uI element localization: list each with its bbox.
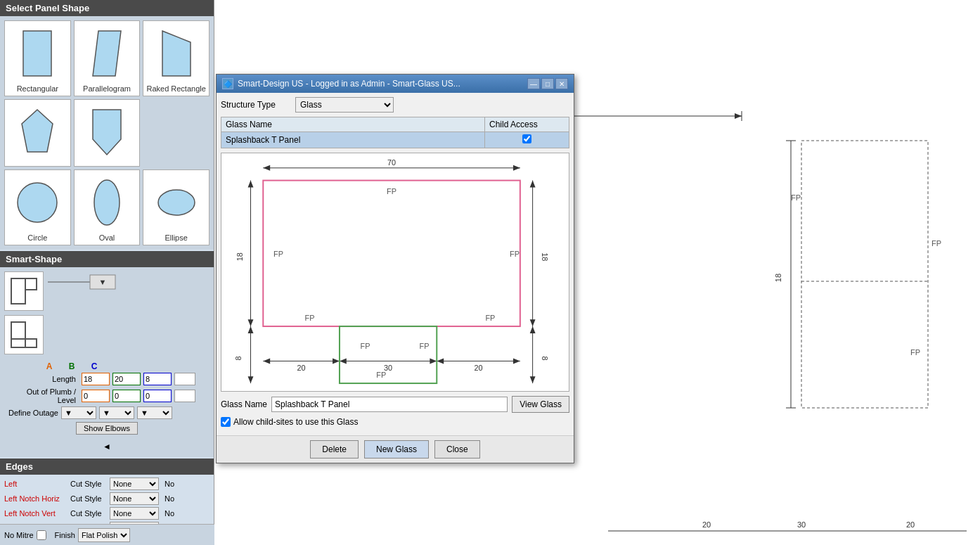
edge-name-left-notch-v: Left Notch Vert [4,509,67,518]
child-sites-label: Allow child-sites to use this Glass [233,417,358,427]
svg-rect-0 [23,31,51,76]
shape-rectangular[interactable]: Rectangular [4,20,71,96]
shape-5[interactable] [74,99,141,167]
modal-controls: — □ ✕ [527,78,568,89]
smart-shape-1-icon [8,276,39,307]
shape-circle[interactable]: Circle [4,169,71,245]
plumb-b-input[interactable] [112,390,141,402]
svg-text:FP: FP [387,187,396,195]
glass-table-row[interactable]: Splashback T Panel [221,132,569,148]
shape-oval-icon [86,174,128,231]
shape-circle-label: Circle [27,233,47,242]
modal-minimize-button[interactable]: — [527,78,540,89]
svg-rect-75 [340,326,437,383]
shape-ellipse-icon [155,174,198,231]
shape-raked-rectangle[interactable]: Raked Rectangle [143,20,209,96]
shape-5-icon [86,104,128,160]
shapes-grid: Rectangular Parallelogram Raked Rectangl… [0,16,214,250]
shape-parallelogram[interactable]: Parallelogram [74,20,141,96]
svg-rect-14 [11,339,37,347]
close-button[interactable]: Close [434,440,480,459]
finish-label: Finish [55,531,75,539]
outage-select-3[interactable]: ▼ [137,406,172,419]
shape-oval[interactable]: Oval [74,169,141,245]
shape-pentagon[interactable] [4,99,71,167]
modal-close-button[interactable]: ✕ [555,78,568,89]
plumb-a-input[interactable] [82,390,110,402]
svg-text:8: 8 [234,356,243,360]
svg-text:20: 20 [906,520,915,529]
length-a-input[interactable] [82,373,110,385]
outage-select-1[interactable]: ▼ [61,406,96,419]
svg-marker-67 [530,376,536,383]
svg-marker-3 [22,110,53,152]
smart-shape-box-1[interactable] [4,271,44,311]
out-of-plumb-label: Out of Plumb / Level [8,387,79,404]
svg-marker-59 [513,359,520,364]
svg-rect-8 [11,278,25,304]
svg-marker-39 [513,165,520,171]
svg-text:FP: FP [510,250,520,258]
edges-area: A B C Length Out of Plumb / Level [4,359,209,440]
svg-text:FP: FP [420,342,430,350]
svg-text:8: 8 [541,356,549,360]
svg-marker-51 [333,359,340,364]
svg-marker-46 [530,181,536,188]
empty-cell [143,99,209,167]
smart-shape-header: Smart-Shape [0,251,214,267]
edge-label-a: A [39,361,59,371]
length-c-input[interactable] [143,373,172,385]
outage-select-2[interactable]: ▼ [99,406,134,419]
smart-shape-connector-1: ▼ [48,271,209,293]
cut-select-lnv[interactable]: None [110,507,159,520]
modal-footer: Delete New Glass Close [217,435,574,463]
no-mitre-checkbox[interactable] [37,530,46,540]
new-glass-button[interactable]: New Glass [364,440,429,459]
modal-maximize-button[interactable]: □ [541,78,554,89]
svg-text:18: 18 [236,252,244,261]
structure-type-select[interactable]: Glass [295,97,394,113]
svg-marker-2 [162,31,191,76]
svg-point-7 [158,190,195,215]
glass-row-name: Splashback T Panel [221,132,485,148]
shape-ellipse[interactable]: Ellipse [143,169,209,245]
delete-button[interactable]: Delete [310,440,359,459]
shape-parallelogram-label: Parallelogram [83,84,131,93]
svg-text:18: 18 [541,252,549,261]
view-glass-button[interactable]: View Glass [512,396,569,413]
structure-type-row: Structure Type Glass [221,97,569,113]
finish-select[interactable]: Flat Polish [78,528,130,542]
glass-table: Glass Name Child Access Splashback T Pan… [221,117,569,148]
edge-name-left: Left [4,480,67,488]
glass-view-area: 70 18 18 20 [221,153,569,392]
glass-name-row: Glass Name View Glass [221,396,569,413]
show-elbows-button[interactable]: Show Elbows [76,422,138,435]
child-access-checkbox[interactable] [522,134,531,143]
svg-text:20: 20 [475,364,483,372]
svg-text:30: 30 [797,520,806,529]
length-label: Length [8,375,79,383]
plumb-d-input[interactable] [174,390,195,402]
length-b-input[interactable] [112,373,141,385]
svg-marker-43 [248,319,254,326]
shape-pentagon-icon [16,104,58,160]
glass-name-input[interactable] [271,397,508,412]
cut-select-left[interactable]: None [110,477,159,490]
svg-marker-1 [93,31,121,76]
no-label-left: No [165,480,174,488]
svg-rect-13 [11,322,25,347]
svg-text:FP: FP [931,239,941,248]
cut-style-label-left: Cut Style [70,480,107,488]
plumb-c-input[interactable] [143,390,172,402]
glass-name-header: Glass Name [221,117,485,132]
cut-select-lnh[interactable]: None [110,492,159,505]
svg-point-5 [18,183,57,222]
length-d-input[interactable] [174,373,195,385]
edge-label-c: C [84,361,104,371]
glass-row-child-access [485,132,569,148]
svg-text:FP: FP [910,348,920,357]
child-access-header: Child Access [485,117,569,132]
child-sites-checkbox[interactable] [221,417,231,427]
select-panel-shape-header: Select Panel Shape [0,0,214,16]
smart-shape-box-2[interactable] [4,315,44,354]
